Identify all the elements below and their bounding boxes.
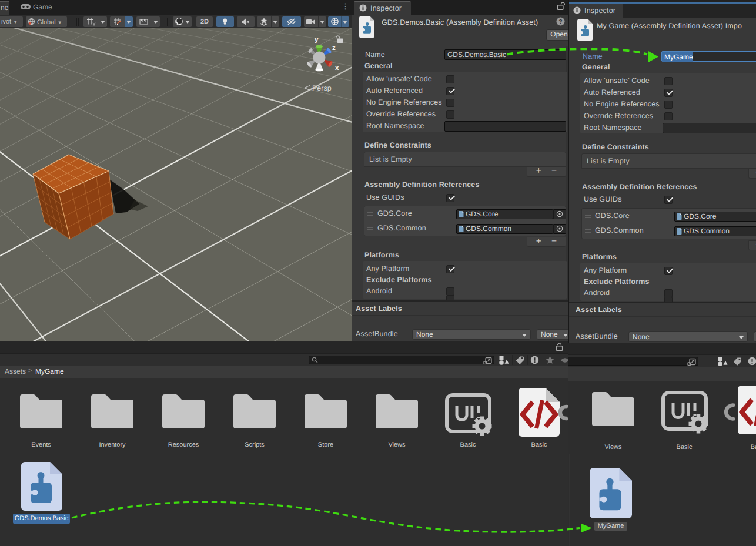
svg-text:z: z	[332, 45, 336, 52]
svg-text:Persp: Persp	[312, 84, 332, 92]
svg-text:y: y	[315, 36, 319, 43]
svg-text:?: ?	[559, 19, 563, 25]
svg-text:x: x	[335, 65, 339, 72]
